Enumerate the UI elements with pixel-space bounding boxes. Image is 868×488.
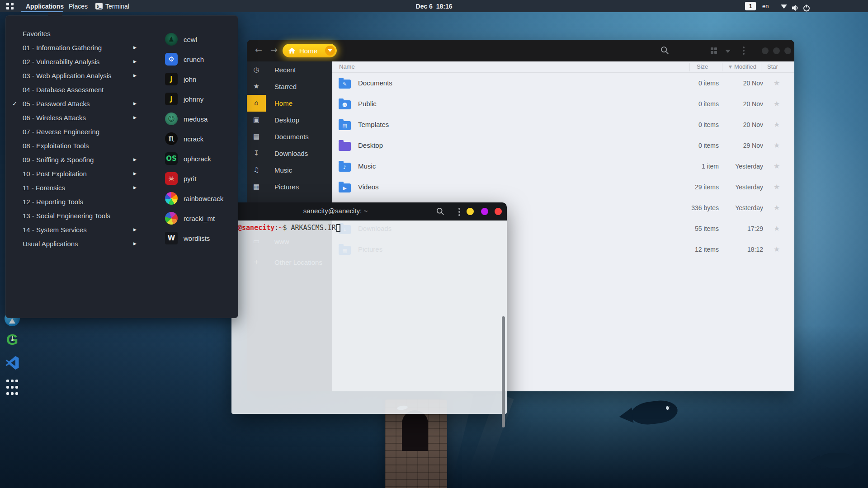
applications-menu: ✓ Favorites ▶ ✓ 01 - Information Gatheri… [5, 15, 238, 318]
menu-category-label: 07 - Reverse Engineering [23, 128, 99, 136]
folder-emblem-icon [339, 142, 351, 151]
menu-tool-item[interactable]: J johnny [165, 89, 223, 109]
show-apps-icon[interactable] [4, 379, 21, 396]
menu-tool-item[interactable]: ☺ medusa [165, 109, 223, 129]
window-minimize-button[interactable] [467, 208, 474, 215]
terminal-scrollbar[interactable] [502, 316, 505, 427]
table-row[interactable]: ▶ Videos 29 items Yesterday ★ [332, 177, 794, 198]
column-header-modified[interactable]: ▼ Modified [729, 63, 756, 70]
sidebar-item[interactable]: ↧ Downloads [247, 145, 332, 162]
network-icon[interactable] [781, 5, 787, 9]
submenu-chevron-icon: ▶ [133, 69, 137, 83]
menu-tool-item[interactable]: ♏ ncrack [165, 129, 223, 149]
clock[interactable]: Dec 6 18:16 [416, 0, 453, 12]
sidebar-item[interactable]: ▣ Desktop [247, 112, 332, 128]
uget-icon[interactable]: G ↓ [4, 331, 21, 348]
menu-category-item[interactable]: ✓ 13 - Social Engineering Tools ▶ [6, 209, 151, 223]
menu-tool-item[interactable]: rainbowcrack [165, 188, 223, 208]
window-list-item-terminal[interactable]: Terminal [105, 0, 129, 12]
folder-icon: ♪ [339, 163, 351, 172]
menu-tool-item[interactable]: J john [165, 69, 223, 89]
star-toggle[interactable]: ★ [774, 99, 780, 108]
menu-category-label: 04 - Database Assessment [23, 86, 104, 94]
pathbar-home-button[interactable]: Home [283, 44, 337, 57]
star-toggle[interactable]: ★ [774, 203, 780, 212]
star-toggle[interactable]: ★ [774, 141, 780, 150]
menu-tool-label: crunch [184, 56, 204, 63]
menu-category-item[interactable]: ✓ 02 - Vulnerability Analysis ▶ [6, 55, 151, 69]
menu-tool-item[interactable]: W wordlists [165, 228, 223, 248]
menu-category-item[interactable]: ✓ 11 - Forensics ▶ [6, 181, 151, 195]
column-header-star[interactable]: Star [767, 63, 778, 70]
menu-tool-item[interactable]: ♟ cewl [165, 29, 223, 49]
table-row[interactable]: ☻ Public 0 items 20 Nov ★ [332, 94, 794, 115]
window-close-button[interactable] [495, 208, 502, 215]
pathbar-menu-button[interactable] [325, 46, 335, 56]
menu-tool-item[interactable]: rcracki_mt [165, 208, 223, 228]
menu-tool-item[interactable]: ⚙ crunch [165, 49, 223, 69]
applications-menu-button[interactable]: Applications [26, 0, 64, 12]
file-manager-titlebar[interactable]: ← → Home [247, 40, 794, 61]
table-row[interactable]: ♪ Music 1 item Yesterday ★ [332, 156, 794, 177]
search-icon[interactable] [660, 46, 669, 55]
column-header-name[interactable]: Name [339, 63, 355, 70]
star-toggle[interactable]: ★ [774, 120, 780, 129]
keyboard-layout-indicator[interactable]: en [762, 0, 769, 12]
terminal-body[interactable]: y@sanecity:~$ ARKASCMS.IR [231, 221, 507, 414]
places-menu-button[interactable]: Places [69, 0, 88, 12]
workspace-indicator[interactable]: 1 [745, 2, 756, 10]
view-options-chevron-icon[interactable] [725, 50, 731, 53]
menu-category-item[interactable]: ✓ Usual Applications ▶ [6, 237, 151, 251]
menu-category-item[interactable]: ✓ 06 - Wireless Attacks ▶ [6, 111, 151, 125]
star-toggle[interactable]: ★ [774, 245, 780, 253]
submenu-chevron-icon: ▶ [133, 111, 137, 125]
menu-dots-icon[interactable] [743, 47, 745, 55]
file-modified: Yesterday [709, 204, 763, 211]
star-toggle[interactable]: ★ [774, 162, 780, 170]
power-icon[interactable] [802, 2, 811, 14]
menu-category-item[interactable]: ✓ 08 - Exploitation Tools ▶ [6, 139, 151, 153]
sidebar-item[interactable]: ★ Starred [247, 78, 332, 95]
kali-apps-grid-icon[interactable] [6, 3, 14, 9]
star-toggle[interactable]: ★ [774, 79, 780, 87]
star-toggle[interactable]: ★ [774, 224, 780, 233]
sidebar-item[interactable]: ⌂ Home [247, 95, 332, 112]
terminal-titlebar[interactable]: sanecity@sanecity: ~ [231, 202, 507, 221]
file-name: Templates [358, 121, 389, 128]
menu-category-item[interactable]: ✓ 05 - Password Attacks ▶ [6, 97, 151, 111]
menu-category-item[interactable]: ✓ 07 - Reverse Engineering ▶ [6, 125, 151, 139]
menu-dots-icon[interactable] [458, 208, 460, 216]
volume-icon[interactable] [791, 2, 799, 14]
forward-button[interactable]: → [270, 45, 278, 55]
column-header-size[interactable]: Size [697, 63, 708, 70]
menu-category-item[interactable]: ✓ 14 - System Services ▶ [6, 223, 151, 237]
menu-tool-item[interactable]: OS ophcrack [165, 149, 223, 169]
sidebar-item[interactable]: ▦ Pictures [247, 178, 332, 195]
window-close-button[interactable] [784, 47, 791, 54]
window-minimize-button[interactable] [762, 47, 769, 54]
sidebar-item[interactable]: ♫ Music [247, 162, 332, 178]
vscode-icon[interactable] [4, 354, 21, 371]
menu-category-item[interactable]: ✓ 10 - Post Exploitation ▶ [6, 167, 151, 181]
table-row[interactable]: ✎ Documents 0 items 20 Nov ★ [332, 73, 794, 94]
window-maximize-button[interactable] [481, 208, 488, 215]
menu-category-item[interactable]: ✓ 01 - Information Gathering ▶ [6, 41, 151, 55]
menu-category-item[interactable]: ✓ 12 - Reporting Tools ▶ [6, 195, 151, 209]
table-row[interactable]: Desktop 0 items 29 Nov ★ [332, 136, 794, 156]
table-row[interactable]: ▤ Templates 0 items 20 Nov ★ [332, 115, 794, 136]
menu-category-item[interactable]: ✓ Favorites ▶ [6, 27, 151, 41]
sidebar-item[interactable]: ◷ Recent [247, 61, 332, 78]
menu-category-item[interactable]: ✓ 03 - Web Application Analysis ▶ [6, 69, 151, 83]
menu-tool-item[interactable]: ☠ pyrit [165, 169, 223, 188]
sidebar-item[interactable]: ▤ Documents [247, 128, 332, 145]
search-icon[interactable] [436, 207, 444, 216]
menu-category-item[interactable]: ✓ 04 - Database Assessment ▶ [6, 83, 151, 97]
chevron-down-icon [328, 49, 332, 52]
window-maximize-button[interactable] [773, 47, 780, 54]
star-toggle[interactable]: ★ [774, 183, 780, 191]
menu-category-item[interactable]: ✓ 09 - Sniffing & Spoofing ▶ [6, 153, 151, 167]
johnny-icon: J [165, 93, 178, 105]
menu-category-label: 01 - Information Gathering [23, 44, 102, 52]
back-button[interactable]: ← [255, 45, 262, 55]
grid-view-icon[interactable] [711, 47, 717, 54]
